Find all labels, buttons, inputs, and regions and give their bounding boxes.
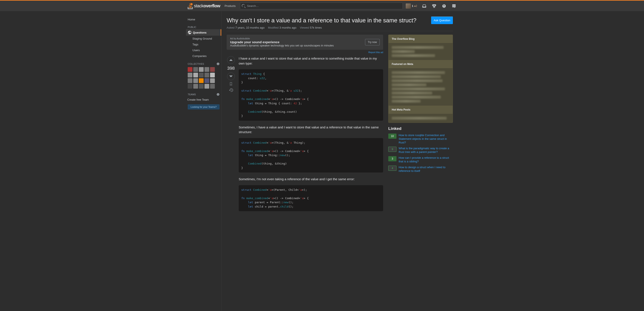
globe-icon [188, 30, 192, 34]
viewed-label: Viewed [300, 26, 309, 29]
vote-cell: 398 [227, 56, 235, 216]
collective-chip[interactable] [210, 78, 215, 83]
linked-item: 4How to design a struct when I need to r… [388, 166, 453, 173]
collective-chip[interactable] [188, 84, 192, 89]
bookmark-icon [229, 82, 233, 86]
paragraph: Sometimes, I have a value and I want to … [239, 125, 383, 135]
code-block: struct Combined<'a>(Thing, &'a Thing); f… [239, 138, 383, 173]
question-post: 398 I have a value and I want to store t… [227, 56, 383, 216]
nav-tags[interactable]: Tags [186, 41, 221, 47]
logo-link[interactable]: stackoverflow [186, 1, 222, 11]
ask-question-button[interactable]: Ask Question [431, 16, 453, 24]
question-stats: Asked7 years, 10 months ago Modified3 mo… [227, 26, 453, 31]
collective-chip[interactable] [193, 67, 198, 72]
collective-chip[interactable] [193, 78, 198, 83]
collective-chip[interactable] [210, 84, 215, 89]
nav-questions[interactable]: Questions [186, 29, 221, 36]
down-arrow-icon [229, 75, 233, 77]
bronze-badge: ●2 [414, 4, 417, 7]
score-badge: 9 [388, 147, 396, 152]
nav-teams-header: TEAMS [186, 89, 221, 97]
collective-chip[interactable] [210, 73, 215, 77]
nav-staging-ground[interactable]: Staging Ground [186, 36, 221, 41]
modified-value[interactable]: 3 months ago [280, 26, 296, 29]
collective-chip[interactable] [188, 78, 192, 83]
create-team-button[interactable]: Create free Team [186, 97, 221, 103]
looking-for-teams[interactable]: Looking for your Teams? [188, 104, 220, 109]
nav-users[interactable]: Users [186, 47, 221, 53]
linked-question-link[interactable]: How to design a struct when I need to re… [399, 166, 453, 173]
report-ad-link[interactable]: Report this ad [227, 51, 383, 53]
collective-chip[interactable] [193, 84, 198, 89]
achievements-icon[interactable] [430, 4, 438, 8]
question-header: Why can't I store a value and a referenc… [227, 16, 453, 26]
linked-question-link[interactable]: How can I provide a reference to a struc… [399, 156, 453, 163]
ad-cta-button[interactable]: Try now [365, 39, 380, 45]
linked-item: 10How to store rusqlite Connection and S… [388, 134, 453, 145]
search-input[interactable] [240, 2, 403, 9]
collective-chip[interactable] [199, 73, 204, 77]
linked-title: Linked [388, 126, 453, 131]
collectives-list [186, 66, 221, 89]
nav-public-label: PUBLIC [186, 22, 221, 29]
up-arrow-icon [229, 59, 233, 61]
ad-headline: Upgrade your sound experience [230, 40, 334, 44]
inbox-icon[interactable] [420, 4, 428, 8]
collective-chip[interactable] [188, 67, 192, 72]
products-button[interactable]: Products [222, 3, 238, 9]
right-sidebar: The Overflow Blog Featured on Meta Hot M… [388, 35, 453, 216]
collective-chip[interactable] [204, 73, 209, 77]
logo-text: stackoverflow [194, 3, 220, 8]
collective-chip[interactable] [199, 67, 204, 72]
overflow-blog-header: The Overflow Blog [388, 35, 453, 43]
history-icon [229, 88, 233, 92]
create-team-label: Create free Team [187, 98, 209, 101]
collective-chip[interactable] [193, 73, 198, 77]
hot-meta-header: Hot Meta Posts [388, 106, 453, 114]
info-icon[interactable] [216, 62, 220, 65]
bookmark-button[interactable] [229, 82, 233, 86]
collective-chip[interactable] [204, 78, 209, 83]
ad-box: Ad by Audiobubble Upgrade your sound exp… [227, 35, 383, 50]
score-badge: 10 [388, 134, 396, 139]
nav-collectives-header: COLLECTIVES [186, 59, 221, 66]
collective-chip[interactable] [199, 78, 204, 83]
linked-list: 10How to store rusqlite Connection and S… [388, 134, 453, 173]
collective-chip[interactable] [204, 84, 209, 89]
collective-chip[interactable] [210, 67, 215, 72]
downvote-button[interactable] [227, 72, 235, 80]
nav-questions-label: Questions [193, 31, 207, 34]
avatar [406, 3, 411, 8]
linked-item: 9What is the paradigmatic way to create … [388, 147, 453, 154]
viewed-value: 57k times [310, 26, 322, 29]
featured-meta-header: Featured on Meta [388, 60, 453, 68]
ad-subtext: AudioBubble's dynamic speaker technology… [230, 44, 334, 47]
code-block: struct Combined<'a>(Parent, Child<'a>); … [239, 185, 383, 211]
nav-home[interactable]: Home [186, 16, 221, 22]
main-column: Ad by Audiobubble Upgrade your sound exp… [227, 35, 383, 216]
bulletin-box: The Overflow Blog Featured on Meta Hot M… [388, 35, 453, 123]
user-rep[interactable]: 1 ●2 [404, 3, 418, 8]
collective-chip[interactable] [204, 67, 209, 72]
ad-byline: Ad by Audiobubble [230, 37, 334, 40]
collective-chip[interactable] [199, 84, 204, 89]
linked-question-link[interactable]: What is the paradigmatic way to create a… [399, 147, 453, 154]
stackoverflow-icon [188, 3, 193, 9]
topbar: stackoverflow Products 1 ●2 [0, 1, 644, 11]
question-title: Why can't I store a value and a referenc… [227, 16, 416, 24]
nav-companies[interactable]: Companies [186, 53, 221, 59]
content: Why can't I store a value and a referenc… [221, 11, 458, 311]
site-switcher-icon[interactable] [450, 4, 458, 8]
linked-question-link[interactable]: How to store rusqlite Connection and Sta… [399, 134, 453, 145]
modified-label: Modified [268, 26, 278, 29]
timeline-button[interactable] [229, 88, 233, 93]
code-block: struct Thing { count: u32, } struct Comb… [239, 69, 383, 121]
collective-chip[interactable] [188, 73, 192, 77]
info-icon[interactable] [216, 93, 220, 96]
upvote-button[interactable] [227, 56, 235, 64]
help-icon[interactable] [440, 4, 448, 8]
left-sidebar: Home PUBLIC Questions Staging Ground Tag… [186, 11, 221, 311]
topbar-right: 1 ●2 [404, 3, 458, 8]
score-badge: 4 [388, 166, 396, 171]
post-body: I have a value and I want to store that … [239, 56, 383, 216]
